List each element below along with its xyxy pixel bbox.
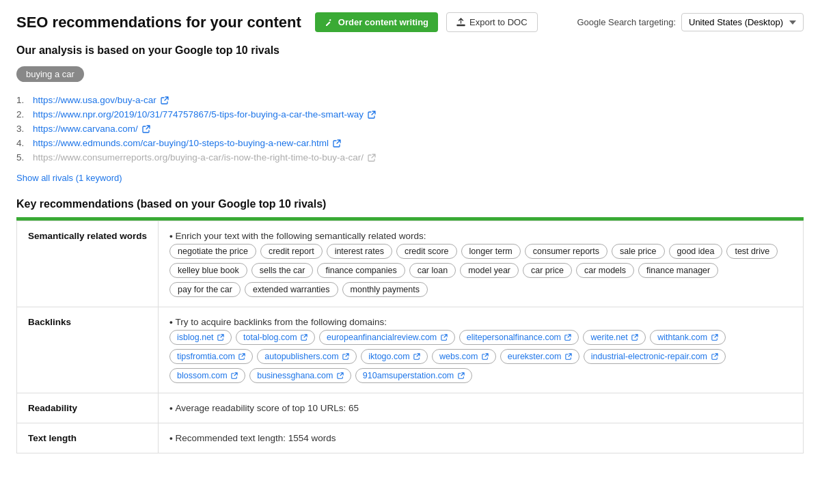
rival-item: 2.https://www.npr.org/2019/10/31/7747578… xyxy=(16,107,804,122)
row-content: Try to acquire backlinks from the follow… xyxy=(159,307,804,393)
rival-url[interactable]: https://www.npr.org/2019/10/31/774757867… xyxy=(33,109,364,120)
row-label: Semantically related words xyxy=(17,221,159,307)
backlink-tag[interactable]: withtank.com xyxy=(650,330,725,345)
backlink-tag[interactable]: tipsfromtia.com xyxy=(169,349,253,364)
backlink-tag[interactable]: iktogo.com xyxy=(361,349,428,364)
word-tag: consumer reports xyxy=(525,244,607,259)
rival-url[interactable]: https://www.usa.gov/buy-a-car xyxy=(33,95,156,105)
table-row: Text lengthRecommended text length: 1554… xyxy=(17,423,804,453)
word-tag: model year xyxy=(460,263,519,278)
show-all-rivals-link[interactable]: Show all rivals (1 keyword) xyxy=(16,173,122,183)
backlink-tag[interactable]: total-blog.com xyxy=(236,330,315,345)
word-tag: longer term xyxy=(461,244,521,259)
targeting-label: Google Search targeting: xyxy=(577,17,676,27)
rivals-list: 1.https://www.usa.gov/buy-a-car2.https:/… xyxy=(16,93,804,165)
word-tag: monthly payments xyxy=(342,282,428,297)
rival-url[interactable]: https://www.consumerreports.org/buying-a… xyxy=(33,152,364,163)
row-intro: Try to acquire backlinks from the follow… xyxy=(169,317,387,327)
word-tag: car price xyxy=(523,263,572,278)
word-tag: finance manager xyxy=(638,263,718,278)
backlink-tag[interactable]: elitepersonalfinance.com xyxy=(459,330,579,345)
backlink-tag[interactable]: 910amsuperstation.com xyxy=(355,368,472,383)
row-text: Average readability score of top 10 URLs… xyxy=(169,403,792,413)
rival-url[interactable]: https://www.edmunds.com/car-buying/10-st… xyxy=(33,138,329,148)
row-content: Average readability score of top 10 URLs… xyxy=(159,393,804,423)
external-link-icon xyxy=(161,96,169,104)
row-content: Recommended text length: 1554 words xyxy=(159,423,804,453)
targeting-area: Google Search targeting: United States (… xyxy=(577,13,804,31)
page-title: SEO recommendations for your content xyxy=(16,14,301,31)
word-tag: car loan xyxy=(409,263,456,278)
rival-num: 2. xyxy=(16,109,27,120)
word-tag: pay for the car xyxy=(169,282,241,297)
word-tag: car models xyxy=(576,263,634,278)
word-tag: kelley blue book xyxy=(169,263,247,278)
rival-item: 5.https://www.consumerreports.org/buying… xyxy=(16,150,804,165)
word-tag: credit score xyxy=(396,244,457,259)
external-link-icon xyxy=(142,125,150,133)
row-label: Text length xyxy=(17,423,159,453)
table-row: ReadabilityAverage readability score of … xyxy=(17,393,804,423)
word-tag: finance companies xyxy=(317,263,405,278)
rival-num: 5. xyxy=(16,152,27,163)
backlink-tag[interactable]: eurekster.com xyxy=(500,349,579,364)
edit-icon xyxy=(325,18,334,27)
backlink-tag[interactable]: werite.net xyxy=(583,330,646,345)
word-tag: good idea xyxy=(669,244,723,259)
rival-url[interactable]: https://www.carvana.com/ xyxy=(33,124,138,134)
backlink-tag[interactable]: isblog.net xyxy=(169,330,232,345)
rival-num: 4. xyxy=(16,138,27,148)
backlink-tag-row: isblog.net total-blog.com europeanfinanc… xyxy=(169,330,792,383)
rival-item: 3.https://www.carvana.com/ xyxy=(16,122,804,136)
backlink-tag[interactable]: businessghana.com xyxy=(249,368,351,383)
backlink-tag[interactable]: blossom.com xyxy=(169,368,245,383)
tag-row: negotiate the pricecredit reportinterest… xyxy=(169,244,792,297)
external-link-icon xyxy=(333,139,341,148)
word-tag: credit report xyxy=(260,244,323,259)
row-intro: Enrich your text with the following sema… xyxy=(169,231,426,241)
keyword-tag: buying a car xyxy=(16,66,84,82)
external-link-icon xyxy=(368,154,376,162)
table-row: BacklinksTry to acquire backlinks from t… xyxy=(17,307,804,393)
backlink-tag[interactable]: webs.com xyxy=(432,349,496,364)
backlink-tag[interactable]: europeanfinancialreview.com xyxy=(319,330,455,345)
header: SEO recommendations for your content Ord… xyxy=(16,12,804,32)
upload-icon xyxy=(456,18,465,27)
external-link-icon xyxy=(368,111,376,119)
word-tag: interest rates xyxy=(327,244,392,259)
rival-item: 1.https://www.usa.gov/buy-a-car xyxy=(16,93,804,107)
word-tag: sells the car xyxy=(251,263,314,278)
table-row: Semantically related wordsEnrich your te… xyxy=(17,221,804,307)
export-doc-button[interactable]: Export to DOC xyxy=(446,12,538,32)
row-text: Recommended text length: 1554 words xyxy=(169,433,792,443)
analysis-subtitle: Our analysis is based on your Google top… xyxy=(16,44,804,57)
recommendations-table: Semantically related wordsEnrich your te… xyxy=(16,221,804,453)
word-tag: negotiate the price xyxy=(169,244,256,259)
rival-item: 4.https://www.edmunds.com/car-buying/10-… xyxy=(16,136,804,150)
row-content: Enrich your text with the following sema… xyxy=(159,221,804,307)
word-tag: sale price xyxy=(612,244,665,259)
word-tag: test drive xyxy=(726,244,778,259)
backlink-tag[interactable]: autopublishers.com xyxy=(257,349,357,364)
order-content-button[interactable]: Order content writing xyxy=(315,12,438,32)
row-label: Readability xyxy=(17,393,159,423)
backlink-tag[interactable]: industrial-electronic-repair.com xyxy=(584,349,726,364)
rival-num: 1. xyxy=(16,95,27,105)
recommendations-section-title: Key recommendations (based on your Googl… xyxy=(16,198,804,219)
targeting-select[interactable]: United States (Desktop) xyxy=(681,13,804,31)
rival-num: 3. xyxy=(16,124,27,134)
word-tag: extended warranties xyxy=(245,282,338,297)
row-label: Backlinks xyxy=(17,307,159,393)
